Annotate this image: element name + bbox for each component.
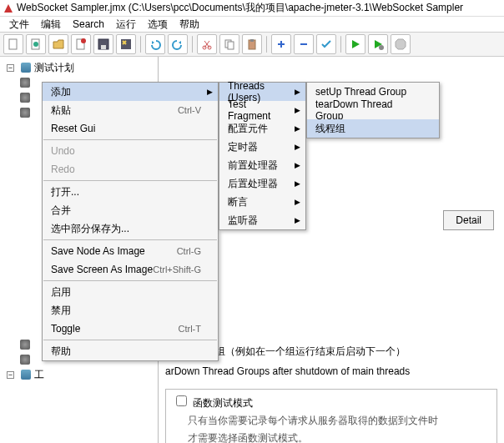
menu-separator <box>43 180 217 181</box>
context-menu-item[interactable]: Save Node As ImageCtrl-G <box>43 242 218 260</box>
context-menu-item[interactable]: Undo <box>43 142 218 160</box>
collapse-icon[interactable] <box>294 34 314 54</box>
context-menu-item[interactable]: Save Screen As ImageCtrl+Shift-G <box>43 260 218 279</box>
template-icon[interactable] <box>26 34 46 54</box>
tree-root[interactable]: − 测试计划 <box>2 60 156 75</box>
menu-separator <box>43 340 217 340</box>
teardown-hint: arDown Thread Groups after shutdown of m… <box>165 365 497 377</box>
submenu-add: Threads (Users)▶Test Fragment▶配置元件▶定时器▶前… <box>219 82 306 230</box>
context-menu-item[interactable]: 粘贴Ctrl-V <box>43 101 218 119</box>
gear-icon <box>20 93 30 103</box>
collapse-toggle-icon[interactable]: − <box>7 371 14 379</box>
detail-button[interactable]: Detail <box>443 210 494 230</box>
undo-icon[interactable] <box>145 34 165 54</box>
menu-accelerator: Ctrl-G <box>177 246 201 256</box>
menu-accelerator: Ctrl-T <box>179 324 202 334</box>
submenu-arrow-icon: ▶ <box>295 216 300 224</box>
copy-icon[interactable] <box>219 34 239 54</box>
stop-icon[interactable] <box>391 34 411 54</box>
menu-item-label: 监听器 <box>228 214 258 228</box>
menu-item-label: Test Fragment <box>228 98 289 122</box>
context-menu: 添加▶粘贴Ctrl-VReset GuiUndoRedo打开...合并选中部分保… <box>42 82 219 361</box>
submenu-add-item[interactable]: 断言▶ <box>219 193 305 211</box>
menu-search[interactable]: Search <box>67 18 110 30</box>
menu-run[interactable]: 运行 <box>110 18 142 32</box>
menu-options[interactable]: 选项 <box>142 18 174 32</box>
title-text: WebSocket Sampler.jmx (C:\Users\pcc\Docu… <box>17 1 463 15</box>
context-menu-item[interactable]: 打开... <box>43 183 218 201</box>
collapse-toggle-icon[interactable]: − <box>7 64 14 72</box>
submenu-add-item[interactable]: 后置处理器▶ <box>219 174 305 193</box>
submenu-arrow-icon: ▶ <box>295 179 300 188</box>
context-menu-item[interactable]: 禁用 <box>43 301 218 320</box>
save-icon[interactable] <box>93 34 113 54</box>
separator <box>192 36 193 53</box>
func-hint2: 才需要选择函数测试模式。 <box>188 431 490 443</box>
context-menu-item[interactable]: Redo <box>43 160 218 179</box>
start-icon[interactable] <box>345 34 365 54</box>
submenu-add-item[interactable]: 配置元件▶ <box>219 119 305 138</box>
submenu-threads-item[interactable]: 线程组 <box>307 119 439 138</box>
menu-item-label: 打开... <box>51 185 79 199</box>
menu-item-label: 前置处理器 <box>228 159 278 173</box>
menu-item-label: Toggle <box>51 323 80 335</box>
submenu-add-item[interactable]: 定时器▶ <box>219 138 305 156</box>
menu-item-label: 选中部分保存为... <box>51 222 129 236</box>
menu-item-label: 合并 <box>51 204 71 218</box>
func-mode-checkbox[interactable] <box>176 395 187 406</box>
menu-item-label: 禁用 <box>51 304 71 318</box>
menu-item-label: 配置元件 <box>228 122 268 136</box>
menu-item-label: Reset Gui <box>51 123 95 134</box>
gear-icon <box>20 108 30 118</box>
context-menu-item[interactable]: 帮助 <box>43 342 218 360</box>
menu-item-label: tearDown Thread Group <box>315 98 422 122</box>
menu-item-label: 线程组 <box>315 122 345 136</box>
menu-item-label: Redo <box>51 164 75 175</box>
menu-file[interactable]: 文件 <box>3 18 35 32</box>
menu-item-label: 添加 <box>51 85 71 99</box>
context-menu-item[interactable]: 添加▶ <box>43 83 218 101</box>
expand-icon[interactable] <box>271 34 291 54</box>
start-no-timers-icon[interactable] <box>368 34 388 54</box>
submenu-add-item[interactable]: Test Fragment▶ <box>219 101 305 119</box>
submenu-add-item[interactable]: 前置处理器▶ <box>219 156 305 174</box>
menu-accelerator: Ctrl-V <box>178 105 201 115</box>
context-menu-item[interactable]: ToggleCtrl-T <box>43 320 218 338</box>
save-as-icon[interactable] <box>116 34 136 54</box>
menu-help[interactable]: 帮助 <box>174 18 205 32</box>
separator <box>266 36 267 53</box>
redo-icon[interactable] <box>168 34 188 54</box>
separator <box>140 36 141 53</box>
toggle-icon[interactable] <box>316 34 336 54</box>
context-menu-item[interactable]: 合并 <box>43 201 218 219</box>
gear-icon <box>20 355 30 365</box>
submenu-add-item[interactable]: 监听器▶ <box>219 211 305 229</box>
gear-icon <box>20 78 30 88</box>
paste-icon[interactable] <box>242 34 262 54</box>
submenu-arrow-icon: ▶ <box>295 124 300 133</box>
menu-item-label: Save Screen As Image <box>51 264 153 275</box>
menu-item-label: Save Node As Image <box>51 245 145 257</box>
menu-item-label: 帮助 <box>51 345 71 359</box>
tree-leaf-label: 工 <box>34 368 44 382</box>
submenu-threads: setUp Thread GrouptearDown Thread Group线… <box>306 82 440 138</box>
submenu-arrow-icon: ▶ <box>295 106 300 114</box>
toolbar <box>0 32 504 57</box>
submenu-arrow-icon: ▶ <box>295 88 300 96</box>
context-menu-item[interactable]: Reset Gui <box>43 119 218 138</box>
open-icon[interactable] <box>48 34 68 54</box>
tree-leaf[interactable]: − 工 <box>2 367 156 382</box>
cut-icon[interactable] <box>197 34 217 54</box>
menu-edit[interactable]: 编辑 <box>35 18 67 32</box>
workbench-icon <box>21 370 31 380</box>
func-hint1: 只有当你需要记录每个请求从服务器取得的数据到文件时 <box>188 414 490 428</box>
context-menu-item[interactable]: 选中部分保存为... <box>43 219 218 238</box>
submenu-threads-item[interactable]: tearDown Thread Group <box>307 101 439 119</box>
menu-separator <box>43 239 217 240</box>
menu-item-label: 粘贴 <box>51 103 71 118</box>
menu-item-label: 后置处理器 <box>228 177 278 191</box>
new-icon[interactable] <box>3 34 23 54</box>
menu-item-label: 断言 <box>228 195 248 209</box>
context-menu-item[interactable]: 启用 <box>43 283 218 301</box>
close-icon[interactable] <box>71 34 91 54</box>
